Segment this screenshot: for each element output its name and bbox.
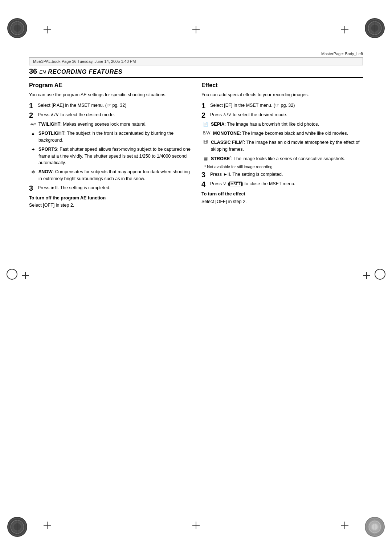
cross-bottom-center xyxy=(192,522,200,529)
effect-step1-number: 1 xyxy=(201,102,208,109)
strobe-icon: ▦ xyxy=(201,155,209,162)
cross-bottom-right xyxy=(341,522,348,529)
step1-text: Select [P.AE] in the MSET menu. (☞ pg. 3… xyxy=(38,102,191,109)
effect-step4-number: 4 xyxy=(201,181,208,188)
effect-footnote: * Not available for still image recordin… xyxy=(204,165,363,169)
program-ae-step1: 1 Select [P.AE] in the MSET menu. (☞ pg.… xyxy=(29,102,191,109)
cross-left-mid xyxy=(22,272,29,279)
sports-feature: ✦ SPORTS: Fast shutter speed allows fast… xyxy=(29,146,191,166)
twilight-text: TWILIGHT: Makes evening scenes look more… xyxy=(38,121,191,128)
effect-column: Effect You can add special effects to yo… xyxy=(201,82,363,209)
effect-step4-text: Press ∨ (MSET) to close the MSET menu. xyxy=(210,181,363,187)
sepia-feature: 📄 SEPIA: The image has a brownish tint l… xyxy=(201,121,363,128)
mid-left-circle xyxy=(7,269,17,280)
sepia-icon: 📄 xyxy=(201,121,209,127)
page-container: MasterPage: Body_Left M5E3PAL.book Page … xyxy=(0,0,392,555)
program-ae-turn-off: To turn off the program AE function Sele… xyxy=(29,195,191,209)
effect-step2-text: Press ∧/∨ to select the desired mode. xyxy=(210,112,363,118)
sepia-text: SEPIA: The image has a brownish tint lik… xyxy=(211,121,363,128)
file-info-bar: M5E3PAL.book Page 36 Tuesday, June 14, 2… xyxy=(29,57,363,65)
classic-film-feature: 🎞 CLASSIC FILM*: The image has an old mo… xyxy=(201,139,363,153)
strobe-feature: ▦ STROBE*: The image looks like a series… xyxy=(201,155,363,162)
mid-right-circle xyxy=(375,269,385,280)
effect-turn-off-text: Select [OFF] in step 2. xyxy=(201,199,246,204)
effect-step1-text: Select [EF] in the MSET menu. (☞ pg. 32) xyxy=(210,102,363,109)
step1-number: 1 xyxy=(29,102,36,109)
page-number: 36 xyxy=(29,67,37,76)
two-column-layout: Program AE You can use the program AE se… xyxy=(29,82,363,209)
effect-turn-off: To turn off the effect Select [OFF] in s… xyxy=(201,191,363,205)
effect-intro: You can add special effects to your reco… xyxy=(201,92,363,98)
effect-step1: 1 Select [EF] in the MSET menu. (☞ pg. 3… xyxy=(201,102,363,109)
spotlight-feature: ▲ SPOTLIGHT: The subject in the front is… xyxy=(29,130,191,144)
corner-decoration-tr xyxy=(365,18,385,38)
cross-bottom-left xyxy=(44,522,51,529)
step2-number: 2 xyxy=(29,112,36,119)
masterpage-label: MasterPage: Body_Left xyxy=(321,52,363,56)
program-ae-column: Program AE You can use the program AE se… xyxy=(29,82,191,209)
cross-right-mid xyxy=(363,272,370,279)
effect-turn-off-label: To turn off the effect xyxy=(201,191,363,198)
effect-step2: 2 Press ∧/∨ to select the desired mode. xyxy=(201,112,363,119)
classic-film-icon: 🎞 xyxy=(201,139,209,145)
effect-step3: 3 Press ►II. The setting is completed. xyxy=(201,171,363,178)
snow-feature: ❄ SNOW: Compensates for subjects that ma… xyxy=(29,169,191,182)
classic-film-text: CLASSIC FILM*: The image has an old movi… xyxy=(211,139,363,153)
step2-text: Press ∧/∨ to select the desired mode. xyxy=(38,112,191,118)
turn-off-text: Select [OFF] in step 2. xyxy=(29,203,74,208)
strobe-text: STROBE*: The image looks like a series o… xyxy=(211,155,363,162)
spotlight-icon: ▲ xyxy=(29,130,37,137)
snow-icon: ❄ xyxy=(29,169,37,176)
cross-top-center xyxy=(192,26,200,33)
turn-off-label: To turn off the program AE function xyxy=(29,195,191,202)
sports-text: SPORTS: Fast shutter speed allows fast-m… xyxy=(38,146,191,166)
program-ae-step2: 2 Press ∧/∨ to select the desired mode. xyxy=(29,112,191,119)
twilight-icon: ✳* xyxy=(29,121,37,128)
cross-top-right xyxy=(341,26,348,33)
cross-top-left xyxy=(44,26,51,33)
program-ae-step3: 3 Press ►II. The setting is completed. xyxy=(29,185,191,192)
corner-decoration-tl xyxy=(7,18,27,38)
step3-number: 3 xyxy=(29,185,36,192)
page-header: 36 EN RECORDING FEATURES xyxy=(29,67,363,78)
effect-step4: 4 Press ∨ (MSET) to close the MSET menu. xyxy=(201,181,363,188)
monotone-icon: B/W xyxy=(201,130,212,136)
monotone-feature: B/W MONOTONE: The image becomes black an… xyxy=(201,130,363,137)
page-title: RECORDING FEATURES xyxy=(48,69,122,75)
snow-text: SNOW: Compensates for subjects that may … xyxy=(38,169,191,182)
corner-decoration-br xyxy=(365,517,385,537)
page-en-label: EN xyxy=(39,69,46,75)
monotone-text: MONOTONE: The image becomes black and wh… xyxy=(213,130,363,137)
twilight-feature: ✳* TWILIGHT: Makes evening scenes look m… xyxy=(29,121,191,128)
effect-heading: Effect xyxy=(201,82,363,89)
effect-step3-text: Press ►II. The setting is completed. xyxy=(210,171,363,178)
program-ae-heading: Program AE xyxy=(29,82,191,89)
content-area: 36 EN RECORDING FEATURES Program AE You … xyxy=(29,67,363,504)
effect-step3-number: 3 xyxy=(201,171,208,178)
corner-decoration-bl xyxy=(7,517,27,537)
step3-text: Press ►II. The setting is completed. xyxy=(38,185,191,191)
program-ae-intro: You can use the program AE settings for … xyxy=(29,92,191,98)
effect-step2-number: 2 xyxy=(201,112,208,119)
spotlight-text: SPOTLIGHT: The subject in the front is a… xyxy=(38,130,191,144)
file-info-text: M5E3PAL.book Page 36 Tuesday, June 14, 2… xyxy=(33,59,136,64)
sports-icon: ✦ xyxy=(29,146,37,153)
